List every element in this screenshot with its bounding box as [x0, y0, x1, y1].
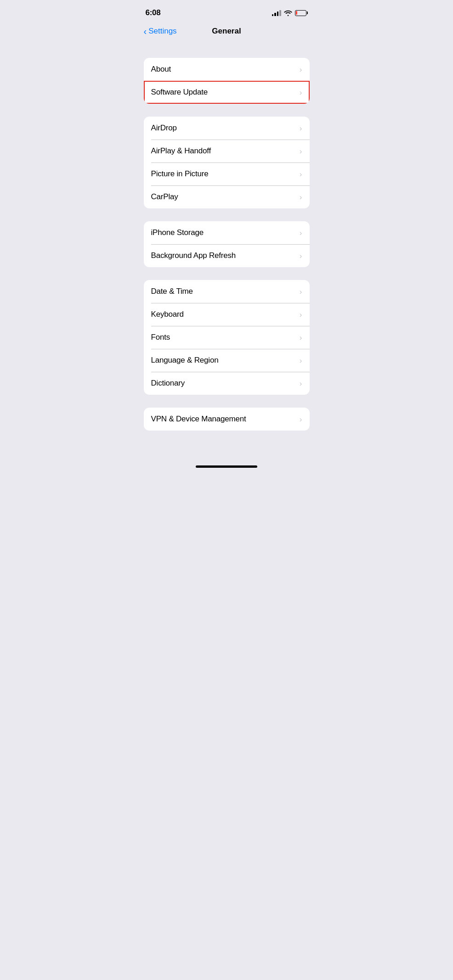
signal-bars-icon: [272, 10, 281, 16]
spacer-1: [136, 45, 317, 58]
about-row[interactable]: About ›: [144, 58, 310, 81]
background-app-refresh-label: Background App Refresh: [151, 251, 236, 260]
battery-icon: [295, 10, 308, 16]
background-app-refresh-chevron-icon: ›: [300, 252, 302, 260]
page-title: General: [212, 27, 241, 36]
dictionary-chevron-icon: ›: [300, 380, 302, 387]
keyboard-row[interactable]: Keyboard ›: [144, 303, 310, 326]
back-chevron-icon: ‹: [144, 27, 147, 36]
section-airplay-carplay: AirDrop › AirPlay & Handoff › Picture in…: [144, 117, 310, 208]
about-label: About: [151, 65, 171, 74]
back-label: Settings: [148, 27, 176, 36]
back-button[interactable]: ‹ Settings: [144, 27, 177, 36]
date-time-chevron-icon: ›: [300, 288, 302, 296]
software-update-row[interactable]: Software Update ›: [144, 81, 310, 104]
keyboard-chevron-icon: ›: [300, 311, 302, 319]
section-vpn: VPN & Device Management ›: [144, 408, 310, 431]
spacer-bottom: [136, 431, 317, 443]
section-about-update: About › Software Update ›: [144, 58, 310, 104]
airplay-handoff-row[interactable]: AirPlay & Handoff ›: [144, 140, 310, 162]
dictionary-label: Dictionary: [151, 379, 185, 388]
picture-in-picture-label: Picture in Picture: [151, 169, 209, 179]
status-time: 6:08: [146, 8, 161, 17]
date-time-row[interactable]: Date & Time ›: [144, 280, 310, 303]
carplay-chevron-icon: ›: [300, 193, 302, 201]
software-update-label: Software Update: [151, 88, 208, 97]
airplay-handoff-chevron-icon: ›: [300, 147, 302, 155]
spacer-2: [136, 104, 317, 117]
language-region-row[interactable]: Language & Region ›: [144, 349, 310, 372]
section-storage-refresh: iPhone Storage › Background App Refresh …: [144, 221, 310, 267]
date-time-label: Date & Time: [151, 287, 193, 296]
airdrop-row[interactable]: AirDrop ›: [144, 117, 310, 140]
software-update-chevron-icon: ›: [300, 89, 302, 96]
status-bar: 6:08: [136, 0, 317, 23]
spacer-3: [136, 208, 317, 221]
picture-in-picture-row[interactable]: Picture in Picture ›: [144, 162, 310, 185]
iphone-storage-label: iPhone Storage: [151, 228, 204, 237]
keyboard-label: Keyboard: [151, 310, 184, 319]
fonts-label: Fonts: [151, 333, 170, 342]
status-icons: [272, 10, 308, 16]
nav-bar: ‹ Settings General: [136, 23, 317, 41]
airdrop-label: AirDrop: [151, 123, 177, 133]
airdrop-chevron-icon: ›: [300, 124, 302, 132]
picture-in-picture-chevron-icon: ›: [300, 170, 302, 178]
language-region-label: Language & Region: [151, 356, 219, 365]
about-chevron-icon: ›: [300, 66, 302, 73]
spacer-5: [136, 395, 317, 408]
iphone-storage-row[interactable]: iPhone Storage ›: [144, 221, 310, 244]
settings-content: About › Software Update › AirDrop › AirP…: [136, 41, 317, 458]
fonts-row[interactable]: Fonts ›: [144, 326, 310, 349]
airplay-handoff-label: AirPlay & Handoff: [151, 146, 211, 156]
section-locale: Date & Time › Keyboard › Fonts › Languag…: [144, 280, 310, 395]
fonts-chevron-icon: ›: [300, 334, 302, 342]
language-region-chevron-icon: ›: [300, 357, 302, 364]
vpn-device-management-row[interactable]: VPN & Device Management ›: [144, 408, 310, 431]
iphone-storage-chevron-icon: ›: [300, 229, 302, 237]
carplay-row[interactable]: CarPlay ›: [144, 185, 310, 208]
vpn-device-management-chevron-icon: ›: [300, 415, 302, 423]
background-app-refresh-row[interactable]: Background App Refresh ›: [144, 244, 310, 267]
home-indicator: [196, 465, 257, 468]
vpn-device-management-label: VPN & Device Management: [151, 414, 246, 424]
wifi-icon: [284, 10, 292, 16]
dictionary-row[interactable]: Dictionary ›: [144, 372, 310, 395]
carplay-label: CarPlay: [151, 192, 178, 202]
spacer-4: [136, 267, 317, 280]
